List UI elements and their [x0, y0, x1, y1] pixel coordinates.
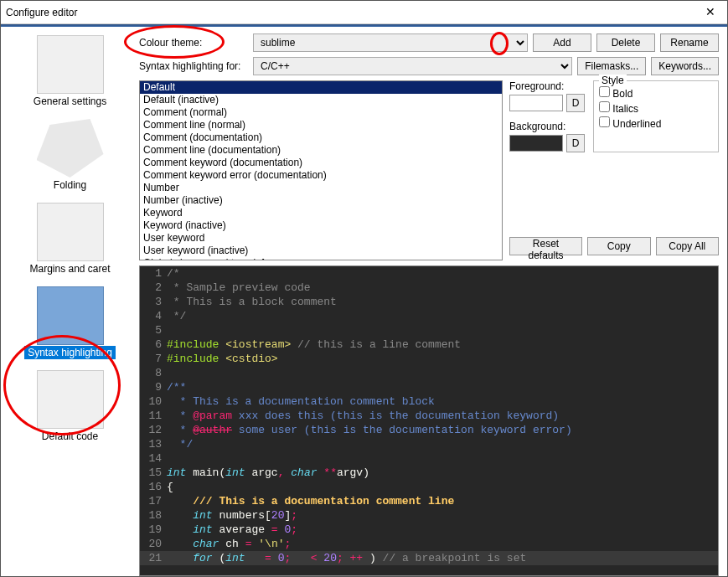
syntax-item[interactable]: Keyword (inactive) — [140, 219, 502, 232]
code-text: * Sample preview code — [167, 281, 718, 295]
code-text: for (int = 0; < 20; ++ ) // a breakpoint… — [167, 551, 718, 565]
line-number: 11 — [140, 409, 167, 423]
code-line: 2 * Sample preview code — [140, 281, 718, 295]
line-number: 17 — [140, 494, 167, 508]
syntax-item[interactable]: Global classes and typedefs — [140, 257, 502, 260]
copy-button[interactable]: Copy — [587, 237, 651, 255]
code-line: 17 /// This is a documentation comment l… — [140, 494, 718, 508]
bold-checkbox[interactable]: Bold — [599, 86, 713, 100]
background-swatch[interactable] — [509, 135, 563, 152]
syntax-item[interactable]: Keyword — [140, 207, 502, 219]
sidebar-item-label: Folding — [54, 179, 86, 191]
syntax-category-list[interactable]: DefaultDefault (inactive)Comment (normal… — [139, 80, 503, 260]
reset-defaults-button[interactable]: Reset defaults — [509, 237, 582, 255]
code-text: int numbers[20]; — [167, 508, 718, 523]
code-text: * This is a documentation comment block — [167, 394, 718, 409]
syntax-item[interactable]: Number (inactive) — [140, 194, 502, 207]
colour-theme-label: Colour theme: — [139, 37, 248, 49]
style-legend: Style — [599, 75, 627, 86]
line-number: 7 — [140, 352, 167, 366]
code-text: #include <iostream> // this is a line co… — [167, 337, 718, 352]
sidebar-item-label: Default code — [42, 430, 98, 442]
code-line: 19 int average = 0; — [140, 523, 718, 537]
rename-button[interactable]: Rename — [660, 33, 719, 52]
syntax-item[interactable]: Comment line (normal) — [140, 119, 502, 131]
line-number: 21 — [140, 551, 167, 565]
line-number: 4 — [140, 309, 167, 323]
copy-all-button[interactable]: Copy All — [656, 237, 720, 255]
syntax-item[interactable]: Comment keyword error (documentation) — [140, 169, 502, 182]
code-text: char ch = '\n'; — [167, 537, 718, 551]
code-preview[interactable]: 1/*2 * Sample preview code3 * This is a … — [139, 265, 719, 576]
close-icon[interactable]: ✕ — [699, 4, 722, 21]
window-title: Configure editor — [6, 7, 77, 18]
italics-checkbox[interactable]: Italics — [599, 101, 713, 115]
background-label: Background: — [509, 121, 585, 132]
syntax-item[interactable]: Default (inactive) — [140, 94, 502, 106]
syntax-item[interactable]: Comment keyword (documentation) — [140, 157, 502, 169]
code-line: 8 — [140, 366, 718, 380]
underlined-checkbox[interactable]: Underlined — [599, 116, 713, 130]
syntax-item[interactable]: Comment (documentation) — [140, 131, 502, 144]
code-line: 15int main(int argc, char **argv) — [140, 466, 718, 480]
sidebar-item-default-code[interactable]: Default code — [8, 367, 133, 446]
sidebar-item-label: General settings — [34, 95, 106, 107]
foreground-label: Foreground: — [509, 80, 585, 92]
style-group: Style Bold Italics Underlined — [593, 80, 719, 152]
line-number: 13 — [140, 437, 167, 451]
code-line: 10 * This is a documentation comment blo… — [140, 394, 718, 409]
code-text: */ — [167, 309, 718, 323]
code-text: int main(int argc, char **argv) — [167, 466, 718, 480]
add-button[interactable]: Add — [533, 33, 591, 52]
line-number: 20 — [140, 537, 167, 551]
page-icon — [37, 286, 104, 345]
code-text — [167, 323, 718, 337]
syntax-item[interactable]: Comment (normal) — [140, 106, 502, 119]
syntax-for-label: Syntax highlighting for: — [139, 60, 248, 72]
line-number: 5 — [140, 323, 167, 337]
code-text: */ — [167, 437, 718, 451]
line-number: 3 — [140, 295, 167, 309]
stamp-icon — [37, 370, 104, 429]
sidebar-item-syntax-highlighting[interactable]: Syntax highlighting — [8, 283, 133, 362]
syntax-for-row: Syntax highlighting for: C/C++ Filemasks… — [139, 57, 719, 75]
background-default-button[interactable]: D — [566, 134, 585, 152]
foreground-box: Foreground: D — [509, 80, 585, 112]
keywords-button[interactable]: Keywords... — [651, 57, 719, 75]
line-number: 6 — [140, 337, 167, 352]
line-number: 9 — [140, 380, 167, 394]
code-line: 3 * This is a block comment — [140, 295, 718, 309]
code-text: * @param xxx does this (this is the docu… — [167, 409, 718, 423]
sidebar-item-margins-caret[interactable]: Margins and caret — [8, 199, 133, 278]
syntax-for-select[interactable]: C/C++ — [253, 57, 572, 75]
filemasks-button[interactable]: Filemasks... — [577, 57, 646, 75]
code-text: /* — [167, 266, 718, 281]
sidebar-item-folding[interactable]: Folding — [8, 116, 133, 194]
colors-row: Foreground: D Background: D — [509, 80, 719, 152]
line-number: 18 — [140, 508, 167, 523]
line-number: 1 — [140, 266, 167, 281]
syntax-item[interactable]: User keyword (inactive) — [140, 245, 502, 257]
page-icon — [37, 203, 104, 261]
right-column: Foreground: D Background: D — [509, 80, 719, 260]
bottom-buttons: Reset defaults Copy Copy All — [509, 237, 719, 255]
content: General settings Folding Margins and car… — [1, 27, 727, 576]
foreground-default-button[interactable]: D — [566, 94, 585, 112]
delete-button[interactable]: Delete — [596, 33, 655, 52]
colour-theme-select[interactable]: sublime — [253, 33, 528, 52]
line-number: 19 — [140, 523, 167, 537]
syntax-item[interactable]: Comment line (documentation) — [140, 144, 502, 157]
sidebar-item-general-settings[interactable]: General settings — [8, 32, 133, 111]
code-text: #include <cstdio> — [167, 352, 718, 366]
line-number: 12 — [140, 423, 167, 437]
foreground-swatch[interactable] — [509, 95, 563, 111]
syntax-item[interactable]: User keyword — [140, 232, 502, 245]
code-text: { — [167, 480, 718, 494]
syntax-item[interactable]: Default — [140, 81, 502, 94]
main-panel: Colour theme: sublime Add Delete Rename … — [139, 27, 727, 576]
line-number: 8 — [140, 366, 167, 380]
code-line: 16{ — [140, 480, 718, 494]
code-line: 5 — [140, 323, 718, 337]
configure-editor-window: Configure editor ✕ General settings Fold… — [0, 0, 728, 577]
syntax-item[interactable]: Number — [140, 182, 502, 194]
